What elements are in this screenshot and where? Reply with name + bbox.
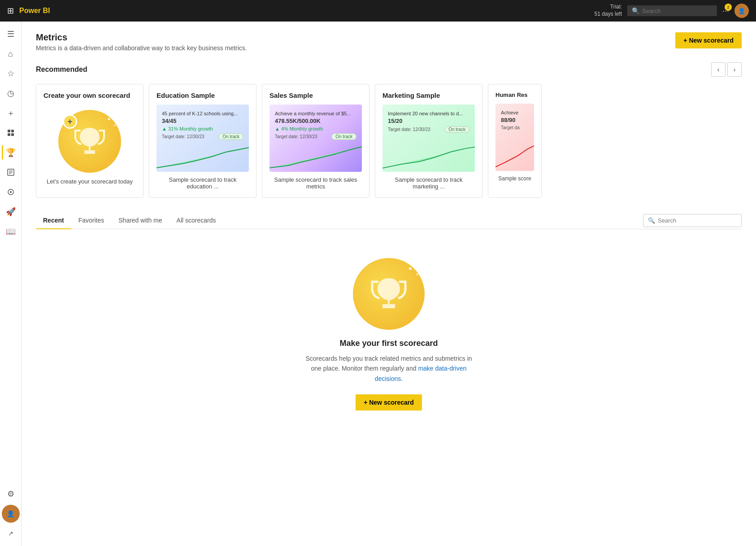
sales-status-badge: On track — [331, 133, 356, 140]
trophy-svg-large — [72, 123, 108, 159]
app-body: ☰ ⌂ ☆ ◷ ＋ 🏆 🚀 📖 ⚙ 👤 ↗ Metrics Metrics is… — [0, 22, 756, 546]
sidebar-item-monitor[interactable] — [2, 183, 20, 201]
nav-prev-button[interactable]: ‹ — [711, 62, 726, 77]
education-preview: 45 percent of K-12 schools using... 34/4… — [156, 105, 249, 172]
sparkle-2: ✦ — [113, 123, 117, 127]
education-footer: Target date: 12/30/23 On track — [162, 133, 243, 140]
page-header: Metrics Metrics is a data-driven and col… — [36, 32, 742, 52]
sales-card-description: Sample scorecard to track sales metrics — [269, 176, 362, 190]
sales-growth: ▲ 4% Monthly growth — [275, 126, 356, 131]
education-count: 34/45 — [162, 118, 243, 124]
new-scorecard-button[interactable]: + New scorecard — [675, 32, 742, 48]
tab-favorites[interactable]: Favorites — [71, 212, 112, 229]
sidebar-item-recent[interactable]: ◷ — [2, 84, 20, 102]
sidebar-item-profile[interactable]: 👤 — [2, 505, 20, 523]
sidebar-item-metrics[interactable]: 🏆 — [2, 144, 20, 162]
notification-button[interactable]: ··· 2 — [722, 6, 729, 16]
empty-title: Make your first scorecard — [339, 339, 438, 348]
sales-preview: Achieve a monthly revenue of $5... 478.5… — [269, 105, 362, 172]
sidebar-item-learn[interactable]: 📖 — [2, 223, 20, 240]
sidebar-item-deploy[interactable]: 🚀 — [2, 203, 20, 221]
marketing-metric-text: Implement 20 new channels to d... — [388, 110, 469, 118]
nav-arrows: ‹ › — [711, 62, 742, 77]
avatar[interactable]: 👤 — [734, 4, 749, 18]
education-chart — [156, 143, 249, 172]
svg-rect-3 — [11, 133, 14, 136]
page-title: Metrics — [36, 32, 247, 43]
marketing-count: 15/20 — [388, 118, 469, 124]
sales-card-title: Sales Sample — [269, 92, 362, 99]
create-card-title: Create your own scorecard — [43, 92, 136, 99]
topbar-search-input[interactable] — [642, 8, 713, 14]
tab-recent[interactable]: Recent — [36, 212, 71, 229]
education-growth: ▲ 31% Monthly growth — [162, 126, 243, 131]
recommended-section-header: Recommended ‹ › — [36, 62, 742, 77]
create-trophy-circle: + ✦ ✦ — [58, 110, 121, 173]
sidebar-item-menu[interactable]: ☰ — [2, 25, 20, 43]
svg-rect-0 — [8, 130, 10, 132]
human-res-count: 88/90 — [501, 117, 529, 123]
marketing-footer: Target date: 12/30/23 On track — [388, 126, 469, 133]
empty-trophy-svg — [369, 274, 409, 314]
page-header-text: Metrics Metrics is a data-driven and col… — [36, 32, 247, 52]
recommended-title: Recommended — [36, 66, 87, 74]
education-status-badge: On track — [218, 133, 243, 140]
education-card-title: Education Sample — [156, 92, 249, 99]
sidebar-item-data[interactable] — [2, 124, 20, 142]
tab-all[interactable]: All scorecards — [169, 212, 223, 229]
sparkle-1: ✦ — [107, 116, 111, 122]
page-subtitle: Metrics is a data-driven and collaborati… — [36, 44, 247, 52]
topbar: ⊞ Power BI Trial: 51 days left 🔍 ··· 2 👤 — [0, 0, 756, 22]
human-res-preview: Achieve 88/90 Target da — [495, 104, 534, 171]
sales-count: 478.55K/500.00K — [275, 118, 356, 124]
app-logo: Power BI — [19, 7, 50, 15]
sales-footer: Target date: 12/30/23 On track — [275, 133, 356, 140]
human-res-footer: Target da — [501, 125, 529, 130]
marketing-target-date: Target date: 12/30/23 — [388, 127, 430, 132]
sales-chart — [269, 143, 362, 172]
sales-sample-card[interactable]: Sales Sample Achieve a monthly revenue o… — [262, 84, 369, 198]
create-scorecard-card[interactable]: Create your own scorecard + ✦ ✦ Let's cr… — [36, 84, 143, 198]
education-sample-card[interactable]: Education Sample 45 percent of K-12 scho… — [149, 84, 256, 198]
sidebar-item-home[interactable]: ⌂ — [2, 45, 20, 63]
sidebar-item-settings[interactable]: ⚙ — [2, 485, 20, 503]
create-card-description: Let's create your scorecard today — [47, 178, 133, 185]
sidebar-item-create[interactable]: ＋ — [2, 104, 20, 122]
sidebar-item-expand[interactable]: ↗ — [2, 524, 20, 542]
marketing-preview: Implement 20 new channels to d... 15/20 … — [382, 105, 475, 172]
scorecard-search-input[interactable] — [658, 217, 737, 224]
human-res-target-date: Target da — [501, 125, 520, 130]
education-metric-text: 45 percent of K-12 schools using... — [162, 110, 243, 118]
recommended-cards-row: Create your own scorecard + ✦ ✦ Let's cr… — [36, 84, 742, 198]
scorecard-search-box[interactable]: 🔍 — [643, 214, 742, 227]
education-target-date: Target date: 12/30/23 — [162, 134, 204, 139]
sidebar-item-reports[interactable] — [2, 163, 20, 181]
empty-subtitle: Scorecards help you track related metric… — [304, 354, 474, 384]
notification-badge: 2 — [725, 4, 732, 11]
plus-circle: + — [63, 114, 77, 129]
grid-icon[interactable]: ⊞ — [7, 6, 14, 16]
sparkle-4: ✦ — [416, 272, 419, 277]
nav-next-button[interactable]: › — [727, 62, 742, 77]
tabs-row: Recent Favorites Shared with me All scor… — [36, 212, 742, 229]
empty-new-scorecard-button[interactable]: + New scorecard — [356, 394, 422, 411]
marketing-card-description: Sample scorecard to track marketing ... — [382, 176, 475, 190]
empty-subtitle-link[interactable]: make data-driven decisions. — [375, 365, 467, 382]
sales-target-date: Target date: 12/30/23 — [275, 134, 317, 139]
marketing-sample-card[interactable]: Marketing Sample Implement 20 new channe… — [375, 84, 482, 198]
human-res-chart — [495, 142, 534, 171]
human-res-metric-text: Achieve — [501, 109, 529, 117]
human-res-card-description: Sample score — [495, 175, 534, 182]
tab-shared[interactable]: Shared with me — [111, 212, 169, 229]
marketing-chart — [382, 143, 475, 172]
sidebar: ☰ ⌂ ☆ ◷ ＋ 🏆 🚀 📖 ⚙ 👤 ↗ — [0, 22, 22, 546]
education-card-description: Sample scorecard to track education ... — [156, 176, 249, 190]
topbar-search-box[interactable]: 🔍 — [627, 5, 717, 16]
topbar-search-icon: 🔍 — [632, 7, 639, 14]
sparkle-3: ✦ — [408, 265, 413, 272]
human-res-card-title: Human Res — [495, 92, 534, 98]
sidebar-item-favorites[interactable]: ☆ — [2, 65, 20, 83]
human-res-sample-card[interactable]: Human Res Achieve 88/90 Target da Sample… — [488, 84, 542, 198]
svg-rect-1 — [11, 130, 14, 132]
sales-metric-text: Achieve a monthly revenue of $5... — [275, 110, 356, 118]
